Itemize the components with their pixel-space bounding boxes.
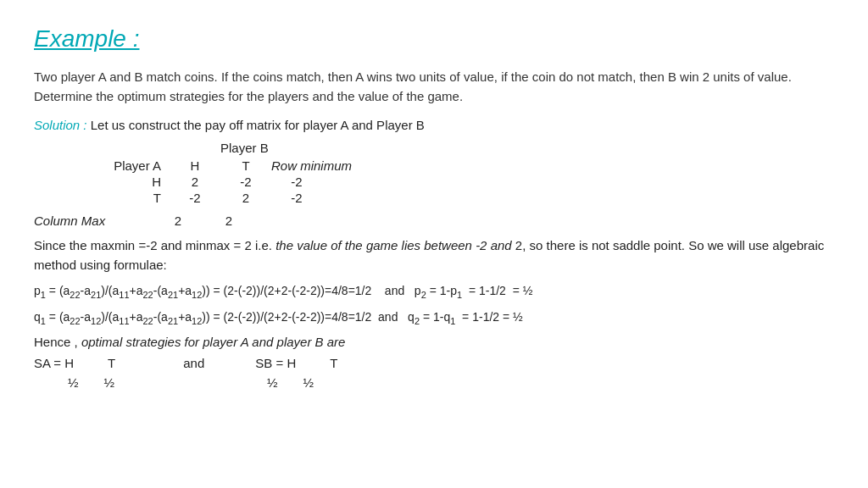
matrix-header-row: Player A H T Row minimum xyxy=(102,158,834,173)
row-t-c1: -2 xyxy=(170,191,220,205)
saddle-italic: the value of the game lies between -2 an… xyxy=(275,238,512,252)
col-max-val2: 2 xyxy=(203,214,254,228)
formula2-line: q1 = (a22-a12)/(a11+a22-(a21+a12)) = (2-… xyxy=(34,308,834,329)
solution-label: Solution : xyxy=(34,118,87,132)
row-h-c2: -2 xyxy=(220,175,271,189)
column-max-row: Column Max 2 2 xyxy=(34,214,834,228)
row-t-label: T xyxy=(102,191,170,205)
row-h-c1: 2 xyxy=(170,175,220,189)
col-t-header: T xyxy=(220,158,271,173)
frac-sb1: ½ xyxy=(267,375,278,390)
row-t-min: -2 xyxy=(271,191,322,205)
row-h-label: H xyxy=(102,175,170,189)
frac-sb2: ½ xyxy=(303,375,314,390)
row-h-min: -2 xyxy=(271,175,322,189)
frac-sa1: ½ xyxy=(68,375,79,390)
matrix-container: Player B Player A H T Row minimum H 2 -2… xyxy=(102,141,834,205)
col-max-val1: 2 xyxy=(153,214,203,228)
hence-italic: optimal strategies for player A and play… xyxy=(81,335,346,349)
saddle-normal: Since the maxmin =-2 and minmax = 2 i.e. xyxy=(34,238,272,252)
hence-line: Hence , optimal strategies for player A … xyxy=(34,335,834,349)
row-header-playera: Player A xyxy=(102,158,170,173)
col-rowmin-header: Row minimum xyxy=(271,158,373,173)
page-title: Example : xyxy=(34,25,834,53)
saddle-text: Since the maxmin =-2 and minmax = 2 i.e.… xyxy=(34,236,834,274)
and-text: and xyxy=(183,356,204,370)
matrix-row-t: T -2 2 -2 xyxy=(102,191,834,205)
col-header-player-b: Player B xyxy=(220,141,834,155)
sb-t: T xyxy=(330,356,337,370)
hence-text: Hence , xyxy=(34,335,78,349)
solution-text: Let us construct the pay off matrix for … xyxy=(91,118,425,132)
row-t-c2: 2 xyxy=(220,191,271,205)
fractions-line: ½ ½ ½ ½ xyxy=(34,375,834,390)
frac-sa2: ½ xyxy=(104,375,115,390)
solution-line: Solution : Let us construct the pay off … xyxy=(34,118,834,132)
col-h-header: H xyxy=(170,158,220,173)
matrix-row-h: H 2 -2 -2 xyxy=(102,175,834,189)
strategies-line: SA = H T and SB = H T xyxy=(34,356,834,370)
intro-paragraph: Two player A and B match coins. If the c… xyxy=(34,68,834,106)
col-max-label: Column Max xyxy=(34,214,153,228)
formula1-line: p1 = (a22-a21)/(a11+a22-(a21+a12)) = (2-… xyxy=(34,281,834,302)
sa-t: T xyxy=(108,356,115,370)
sa-label: SA = H xyxy=(34,356,74,370)
sb-label: SB = H xyxy=(255,356,296,370)
